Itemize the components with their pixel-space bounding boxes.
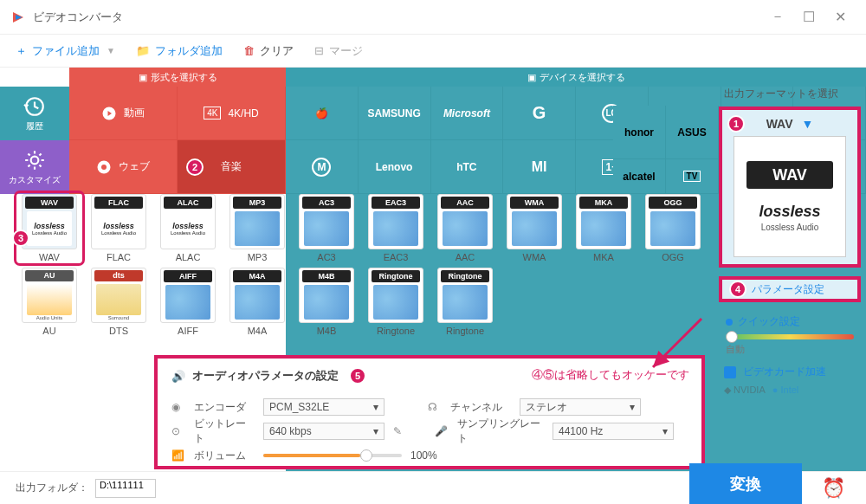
samplerate-select[interactable]: 44100 Hz▾	[553, 423, 674, 440]
brand-apple[interactable]: 🍎	[286, 87, 359, 140]
brand-microsoft[interactable]: Microsoft	[431, 87, 504, 140]
format-dts[interactable]: dtsSurroundDTS	[87, 268, 151, 336]
gear-icon	[23, 149, 46, 171]
format-wav[interactable]: WAVlosslessLossless AudioWAV3	[17, 194, 81, 262]
history-icon	[23, 95, 46, 118]
category-web[interactable]: ウェブ	[69, 140, 178, 194]
right-sidebar: 出力フォーマットを選択 1 WAV▼ WAV lossless Lossless…	[719, 87, 861, 396]
category-4k[interactable]: 4K 4K/HD	[178, 87, 286, 140]
brand-alcatel[interactable]: alcatel	[613, 159, 666, 194]
annotation-badge-3: 3	[12, 229, 29, 247]
channel-icon: ☊	[428, 401, 442, 413]
sidebar-title: 出力フォーマットを選択	[724, 87, 861, 101]
encoder-select[interactable]: PCM_S32LE▾	[263, 398, 385, 416]
add-folder-button[interactable]: 📁 フォルダ追加	[136, 43, 223, 59]
quick-settings-button[interactable]: クイック設定	[726, 314, 861, 329]
brand-motorola[interactable]: M	[286, 140, 359, 194]
folder-plus-icon: 📁	[136, 44, 150, 57]
output-format-box[interactable]: 1 WAV▼ WAV lossless Lossless Audio	[719, 107, 861, 268]
tab-strip: ▣ 形式を選択する ▣ デバイスを選択する	[69, 68, 866, 87]
apple-icon: 🍎	[315, 107, 328, 120]
merge-icon: ⊟	[314, 44, 324, 57]
window-minimize-button[interactable]: －	[762, 4, 793, 30]
chevron-down-icon: ▾	[373, 401, 378, 413]
brand-google[interactable]: G	[503, 87, 576, 140]
4k-icon: 4K	[204, 107, 221, 120]
chevron-down-icon: ▼	[107, 46, 115, 55]
window-maximize-button[interactable]: ☐	[793, 4, 824, 30]
brand-lenovo[interactable]: Lenovo	[359, 140, 431, 194]
window-close-button[interactable]: ✕	[824, 4, 856, 30]
brand-tv[interactable]: TV	[666, 159, 719, 194]
category-video[interactable]: 動画	[69, 87, 178, 140]
chevron-down-icon: ▾	[373, 425, 378, 437]
output-format-preview: WAV lossless Lossless Audio	[734, 136, 846, 257]
bitrate-icon: ⊙	[171, 425, 185, 437]
format-eac3[interactable]: EAC3EAC3	[364, 194, 428, 262]
brand-honor[interactable]: honor	[613, 106, 666, 159]
encoder-icon: ◉	[171, 401, 185, 413]
convert-button[interactable]: 変換	[689, 463, 802, 505]
tab-device[interactable]: ▣ デバイスを選択する	[286, 68, 866, 87]
format-ringtone[interactable]: RingtoneRingtone	[433, 268, 497, 336]
param-settings-button[interactable]: 4 パラメータ設定	[719, 276, 861, 302]
format-ogg[interactable]: OGGOGG	[641, 194, 705, 262]
brand-samsung[interactable]: SAMSUNG	[359, 87, 431, 140]
format-ac3[interactable]: AC3AC3	[294, 194, 359, 262]
chrome-icon	[96, 159, 112, 175]
output-folder-label: 出力フォルダ：	[16, 481, 88, 495]
bitrate-select[interactable]: 640 kbps▾	[263, 423, 385, 440]
panel-title: オーディオパラメータの設定	[192, 368, 339, 384]
channel-select[interactable]: ステレオ▾	[520, 398, 641, 416]
chevron-down-icon: ▾	[630, 401, 635, 413]
trash-icon: 🗑	[243, 44, 255, 57]
brand-htc[interactable]: hTC	[431, 140, 504, 194]
annotation-badge-2: 2	[186, 158, 204, 176]
format-wma[interactable]: WMAWMA	[502, 194, 566, 262]
format-mp3[interactable]: MP3MP3	[225, 194, 289, 262]
add-file-button[interactable]: ＋ ファイル追加 ▼	[16, 43, 115, 59]
annotation-arrow	[641, 310, 710, 379]
annotation-badge-5: 5	[349, 367, 366, 384]
samplerate-icon: 🎤	[435, 425, 449, 437]
svg-point-4	[101, 165, 107, 170]
annotation-badge-1: 1	[727, 115, 745, 132]
format-m4a[interactable]: M4AM4A	[225, 268, 289, 336]
plus-icon: ＋	[16, 43, 27, 59]
format-flac[interactable]: FLAClosslessLossless AudioFLAC	[87, 194, 151, 262]
volume-icon: 📶	[171, 449, 185, 462]
dot-icon	[726, 319, 733, 326]
quality-slider[interactable]	[726, 334, 854, 339]
chevron-down-icon: ▼	[802, 117, 814, 131]
audio-params-panel: 🔊 オーディオパラメータの設定 5 ④⑤は省略してもオッケーです ◉ エンコーダ…	[154, 355, 705, 469]
output-folder-input[interactable]: D:\111111	[95, 479, 156, 498]
sidebar-customize[interactable]: カスタマイズ	[0, 140, 69, 194]
device-icon: ▣	[527, 72, 536, 83]
format-ringtone[interactable]: RingtoneRingtone	[364, 268, 428, 336]
tab-format[interactable]: ▣ 形式を選択する	[69, 68, 286, 87]
intel-icon: ● Intel	[772, 384, 799, 396]
volume-slider[interactable]	[263, 454, 402, 457]
format-area: WAVlosslessLossless AudioWAV3FLAClossles…	[17, 194, 710, 336]
format-aiff[interactable]: AIFFAIFF	[156, 268, 220, 336]
format-mka[interactable]: MKAMKA	[572, 194, 636, 262]
edit-icon[interactable]: ✎	[393, 425, 405, 437]
gpu-accel-toggle[interactable]: ビデオカード加速	[724, 365, 861, 379]
play-icon	[101, 106, 117, 121]
app-title: ビデオコンバータ	[33, 10, 762, 25]
merge-button[interactable]: ⊟ マージ	[314, 43, 363, 59]
bottom-bar: 出力フォルダ： D:\111111 変換 ⏰	[0, 471, 866, 504]
brand-asus[interactable]: ASUS	[666, 106, 719, 159]
format-m4b[interactable]: M4BM4B	[294, 268, 359, 336]
app-logo-icon	[10, 10, 26, 25]
format-au[interactable]: AUAudio UnitsAU	[17, 268, 81, 336]
alarm-icon[interactable]: ⏰	[816, 471, 850, 505]
format-aac[interactable]: AACAAC	[433, 194, 497, 262]
main-toolbar: ＋ ファイル追加 ▼ 📁 フォルダ追加 🗑 クリア ⊟ マージ	[0, 35, 866, 68]
clear-button[interactable]: 🗑 クリア	[243, 43, 294, 59]
gpu-brands: ◆ NVIDIA ● Intel	[724, 384, 861, 396]
category-music[interactable]: 2 音楽	[178, 140, 286, 194]
sidebar-history[interactable]: 履歴	[0, 87, 69, 140]
brand-xiaomi[interactable]: MI	[503, 140, 576, 194]
format-alac[interactable]: ALAClosslessLossless AudioALAC	[156, 194, 220, 262]
